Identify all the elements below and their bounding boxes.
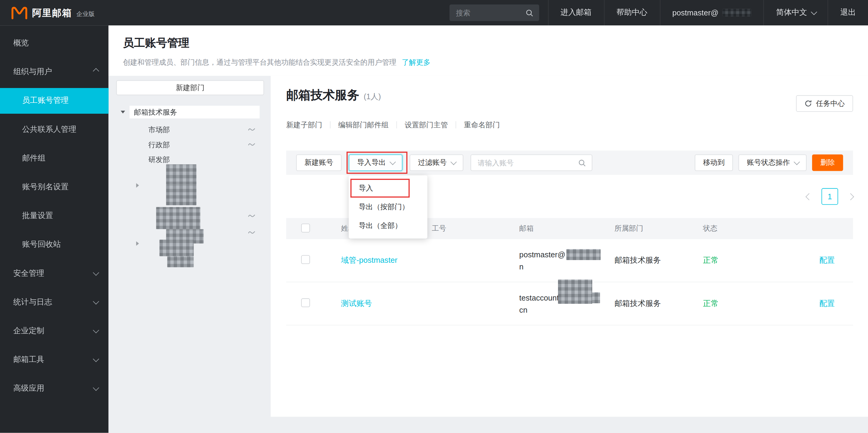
- redacted-account-domain: [722, 9, 751, 17]
- enter-mailbox-link[interactable]: 进入邮箱: [548, 0, 604, 25]
- global-search[interactable]: [449, 4, 539, 21]
- import-export-dropdown: 导入 导出（按部门） 导出（全部）: [349, 175, 427, 239]
- email-cell: postmaster@ n: [519, 248, 615, 273]
- tree-root-row[interactable]: 邮箱技术服务: [108, 106, 271, 119]
- select-all-checkbox[interactable]: [301, 223, 310, 232]
- page-number[interactable]: 1: [822, 188, 838, 205]
- account-menu[interactable]: postmaster@: [660, 0, 763, 25]
- row-checkbox[interactable]: [301, 255, 310, 264]
- sidebar-item-mail-groups[interactable]: 邮件组: [0, 144, 108, 173]
- page-subtitle: 创建和管理成员、部门信息，通过与管理平台其他功能结合实现更灵活安全的用户管理 了…: [123, 57, 868, 67]
- new-department-button[interactable]: 新建部门: [116, 80, 264, 95]
- set-dept-manager-link[interactable]: 设置部门主管: [397, 121, 456, 128]
- tree-collapsed-icon[interactable]: [136, 241, 139, 246]
- chevron-down-icon: [794, 159, 800, 165]
- row-checkbox[interactable]: [301, 299, 310, 307]
- chevron-down-icon: [93, 384, 99, 391]
- next-page-icon[interactable]: [847, 193, 854, 200]
- sidebar-item-batch-settings[interactable]: 批量设置: [0, 202, 108, 230]
- tree-collapsed-icon[interactable]: [136, 183, 139, 188]
- sidebar-item-public-contacts[interactable]: 公共联系人管理: [0, 115, 108, 144]
- chevron-down-icon: [93, 356, 99, 362]
- department-cell: 邮箱技术服务: [615, 299, 703, 308]
- sidebar-group-mailbox-tools[interactable]: 邮箱工具: [0, 345, 108, 374]
- sidebar-group-security-mgmt[interactable]: 安全管理: [0, 259, 108, 288]
- redacted-department: [167, 256, 194, 267]
- create-account-button[interactable]: 新建账号: [296, 155, 341, 171]
- screenshot-stage: 阿里邮箱 企业版 进入邮箱 帮助中心 postmaster@ 简体中文: [0, 0, 868, 433]
- refresh-icon: [805, 99, 812, 107]
- department-detail-panel: 邮箱技术服务 (1人) 任务中心 新建子部门: [271, 76, 868, 417]
- move-to-button[interactable]: 移动到: [695, 155, 733, 171]
- sidebar: 概览 组织与用户 员工账号管理 公共联系人管理 邮件组 账号别名设置 批量设置: [0, 25, 108, 433]
- redacted-email-domain: [558, 279, 592, 304]
- tree-expand-icon[interactable]: [121, 111, 125, 114]
- department-cell: 邮箱技术服务: [615, 255, 703, 266]
- menu-item-export-all[interactable]: 导出（全部）: [349, 216, 427, 235]
- redacted-department: [159, 240, 193, 256]
- search-icon[interactable]: [578, 158, 586, 166]
- content-area: 员工账号管理 创建和管理成员、部门信息，通过与管理平台其他功能结合实现更灵活安全…: [108, 25, 868, 433]
- department-tree-panel: 新建部门 邮箱技术服务 市场部 行政部 研发部: [108, 76, 271, 433]
- col-header-email: 邮箱: [519, 223, 615, 234]
- chevron-down-icon: [390, 159, 396, 165]
- brand-edition: 企业版: [76, 10, 95, 18]
- tree-node-root[interactable]: 邮箱技术服务: [129, 106, 259, 119]
- chevron-down-icon: [93, 298, 99, 305]
- alimail-logo-icon: [11, 6, 28, 19]
- department-title-row: 邮箱技术服务 (1人): [286, 87, 853, 105]
- sidebar-item-account-alias[interactable]: 账号别名设置: [0, 173, 108, 202]
- sidebar-group-org-and-users[interactable]: 组织与用户: [0, 57, 108, 86]
- rename-department-link[interactable]: 重命名部门: [456, 121, 507, 128]
- chevron-down-icon: [93, 270, 99, 276]
- menu-item-import[interactable]: 导入: [349, 179, 427, 197]
- sidebar-item-overview[interactable]: 概览: [0, 29, 108, 57]
- search-icon[interactable]: [525, 8, 533, 17]
- task-center-button[interactable]: 任务中心: [796, 95, 853, 112]
- mail-group-wave-icon: [248, 127, 255, 131]
- sidebar-group-advanced-apps[interactable]: 高级应用: [0, 374, 108, 403]
- menu-item-export-by-dept[interactable]: 导出（按部门）: [349, 197, 427, 216]
- redacted-department: [166, 185, 196, 205]
- member-count: (1人): [364, 92, 381, 102]
- tree-node-marketing[interactable]: 市场部: [149, 122, 170, 137]
- filter-account-button[interactable]: 过滤账号: [409, 155, 463, 171]
- configure-link[interactable]: 配置: [819, 255, 835, 264]
- edit-dept-mailgroup-link[interactable]: 编辑部门邮件组: [330, 121, 397, 128]
- status-badge: 正常: [703, 299, 819, 308]
- page-title: 员工账号管理: [123, 35, 868, 50]
- language-selector[interactable]: 简体中文: [763, 0, 828, 25]
- col-header-status: 状态: [703, 223, 819, 234]
- brand-name: 阿里邮箱: [32, 6, 72, 19]
- page-header: 员工账号管理 创建和管理成员、部门信息，通过与管理平台其他功能结合实现更灵活安全…: [108, 25, 868, 76]
- account-status-ops-button[interactable]: 账号状态操作: [739, 155, 807, 171]
- account-search[interactable]: [471, 155, 592, 171]
- learn-more-link[interactable]: 了解更多: [402, 58, 430, 66]
- global-search-input[interactable]: [455, 8, 525, 18]
- chevron-down-icon: [93, 327, 99, 334]
- prev-page-icon[interactable]: [805, 193, 812, 200]
- account-search-input[interactable]: [477, 158, 578, 167]
- import-export-button[interactable]: 导入导出: [349, 155, 403, 171]
- sidebar-item-employee-account-mgmt[interactable]: 员工账号管理: [0, 88, 108, 114]
- chevron-up-icon: [93, 68, 99, 74]
- delete-button[interactable]: 删除: [812, 155, 843, 171]
- tree-node-admin[interactable]: 行政部: [149, 137, 170, 152]
- sidebar-group-enterprise-custom[interactable]: 企业定制: [0, 317, 108, 345]
- col-header-department: 所属部门: [615, 223, 703, 234]
- table-row: 域管-postmaster postmaster@ n 邮箱技术服务 正常 配置: [286, 239, 853, 282]
- sidebar-item-account-recycle-bin[interactable]: 账号回收站: [0, 230, 108, 259]
- redacted-email-domain: [566, 249, 601, 260]
- mail-group-wave-icon: [248, 142, 255, 147]
- logout-link[interactable]: 退出: [828, 0, 868, 25]
- help-center-link[interactable]: 帮助中心: [604, 0, 660, 25]
- account-name-link[interactable]: 测试账号: [341, 299, 372, 307]
- department-title: 邮箱技术服务: [286, 87, 359, 103]
- configure-link[interactable]: 配置: [819, 299, 835, 307]
- account-name-link[interactable]: 域管-postmaster: [341, 255, 397, 264]
- topbar: 阿里邮箱 企业版 进入邮箱 帮助中心 postmaster@ 简体中文: [0, 0, 868, 25]
- mail-group-wave-icon: [248, 213, 255, 218]
- create-subdepartment-link[interactable]: 新建子部门: [286, 121, 330, 128]
- sidebar-group-stats-and-logs[interactable]: 统计与日志: [0, 288, 108, 317]
- col-header-empno: 工号: [432, 223, 519, 234]
